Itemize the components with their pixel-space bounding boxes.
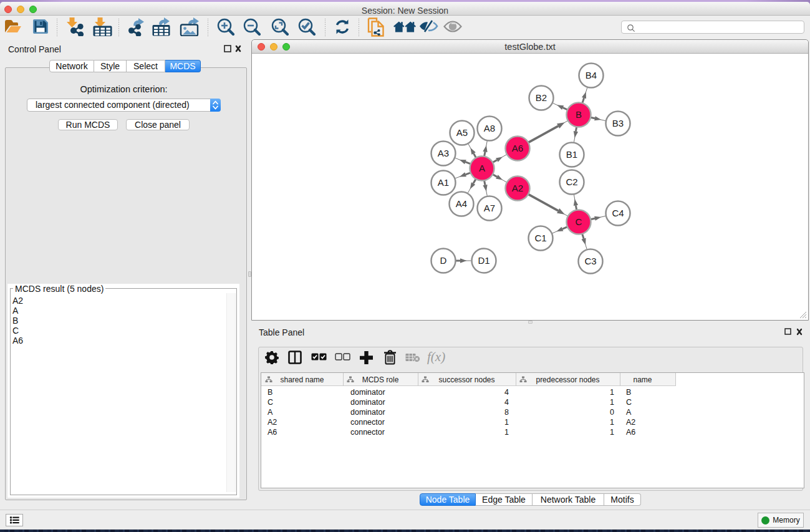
svg-text:C1: C1 <box>534 233 546 243</box>
svg-text:A2: A2 <box>512 183 523 193</box>
svg-text:C3: C3 <box>584 256 596 266</box>
svg-text:B4: B4 <box>586 70 597 80</box>
svg-text:A6: A6 <box>512 143 523 153</box>
svg-text:B: B <box>576 109 582 120</box>
svg-text:A4: A4 <box>456 198 467 209</box>
svg-text:B3: B3 <box>612 118 624 128</box>
svg-text:B1: B1 <box>566 149 577 160</box>
svg-text:A5: A5 <box>456 127 468 138</box>
svg-text:C2: C2 <box>566 177 577 187</box>
svg-text:A: A <box>479 163 485 173</box>
svg-text:B2: B2 <box>536 92 547 103</box>
svg-text:D1: D1 <box>478 255 489 266</box>
svg-text:C: C <box>576 216 582 227</box>
svg-text:A3: A3 <box>438 148 449 158</box>
svg-text:A7: A7 <box>484 203 495 213</box>
svg-text:A8: A8 <box>484 123 495 133</box>
svg-text:C4: C4 <box>612 208 624 218</box>
svg-text:D: D <box>440 255 447 266</box>
svg-text:A1: A1 <box>438 177 449 188</box>
